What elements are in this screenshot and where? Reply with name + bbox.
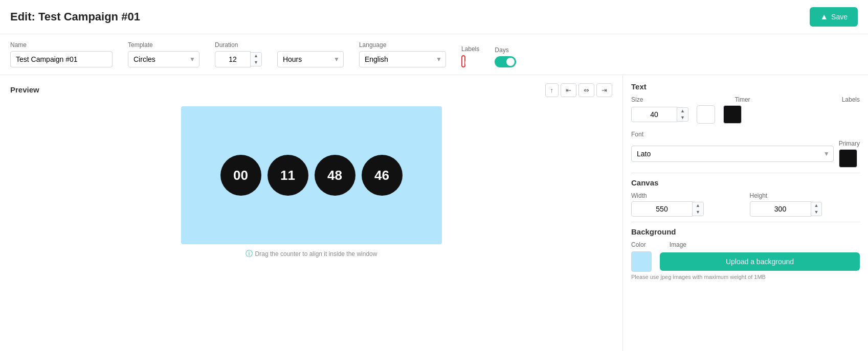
background-section-title: Background	[631, 227, 860, 236]
width-label: Width	[631, 192, 742, 199]
page-title: Edit: Test Campaign #01	[10, 10, 140, 24]
size-spinners: ▲ ▼	[677, 107, 688, 122]
duration-label: Duration	[215, 41, 262, 49]
days-slider	[495, 56, 516, 67]
divider-1	[631, 173, 860, 173]
template-select-wrap: Circles Squares Minimal ▼	[128, 51, 199, 67]
upload-background-button[interactable]: Upload a background	[660, 252, 860, 271]
labels-col-label: Labels	[842, 96, 860, 103]
divider-2	[631, 222, 860, 222]
align-left-button[interactable]: ⇤	[561, 83, 576, 97]
align-toolbar: ↑ ⇤ ⇔ ⇥	[545, 83, 613, 97]
width-input-wrap: ▲ ▼	[631, 201, 742, 217]
preview-area: Preview ↑ ⇤ ⇔ ⇥ 00 11 48 46 ⓘ Drag the c…	[0, 75, 622, 351]
bg-color-swatch[interactable]	[631, 251, 652, 272]
labels-toggle-border	[461, 55, 465, 67]
toolbar: Name Template Circles Squares Minimal ▼ …	[0, 34, 868, 75]
content-area: Preview ↑ ⇤ ⇔ ⇥ 00 11 48 46 ⓘ Drag the c…	[0, 75, 868, 351]
width-input[interactable]	[631, 201, 693, 217]
size-input[interactable]	[631, 107, 677, 122]
primary-color-swatch[interactable]	[839, 149, 857, 168]
align-center-button[interactable]: ⇔	[578, 83, 594, 97]
name-input[interactable]	[10, 51, 113, 67]
days-toggle-group: Days	[495, 46, 516, 67]
duration-down-button[interactable]: ▼	[251, 59, 261, 66]
preview-header: Preview ↑ ⇤ ⇔ ⇥	[10, 83, 612, 101]
font-label: Font	[631, 131, 643, 138]
labels-toggle-group: Labels	[461, 45, 479, 67]
language-select-wrap: English French Spanish German ▼	[359, 51, 446, 67]
timer-circle-2: 48	[315, 155, 355, 196]
timer-color-swatch[interactable]	[697, 105, 715, 124]
header: Edit: Test Campaign #01 ▲ Save	[0, 0, 868, 34]
height-input-wrap: ▲ ▼	[750, 201, 860, 217]
height-spinners: ▲ ▼	[811, 202, 822, 216]
duration-wrap: ▲ ▼	[215, 51, 262, 67]
duration-input[interactable]	[215, 51, 251, 67]
bg-sub-labels: Color Image	[631, 241, 860, 248]
template-field-group: Template Circles Squares Minimal ▼	[128, 41, 199, 67]
upload-hint: Please use jpeg images with maximum weig…	[631, 274, 860, 280]
height-field: Height ▲ ▼	[750, 192, 860, 217]
drag-hint-text: Drag the counter to align it inside the …	[255, 250, 377, 258]
size-down-button[interactable]: ▼	[677, 114, 688, 121]
right-panel: Text Size Timer Labels ▲ ▼ Font Lato	[622, 75, 868, 351]
days-toggle-label: Days	[495, 46, 508, 54]
name-label: Name	[10, 41, 113, 49]
text-section-title: Text	[631, 82, 860, 91]
align-up-button[interactable]: ↑	[545, 83, 559, 97]
font-select-wrap: Lato Roboto Open Sans Montserrat Arial ▼	[631, 146, 834, 162]
info-icon: ⓘ	[246, 249, 253, 259]
timer-circle-3: 46	[362, 155, 403, 196]
width-down-button[interactable]: ▼	[693, 209, 703, 216]
width-up-button[interactable]: ▲	[693, 202, 703, 209]
save-button[interactable]: ▲ Save	[810, 7, 858, 27]
hours-select[interactable]: Hours Minutes Days	[277, 51, 344, 67]
height-up-button[interactable]: ▲	[811, 202, 822, 209]
save-label: Save	[831, 13, 848, 21]
labels-toggle-label: Labels	[461, 45, 479, 53]
language-select[interactable]: English French Spanish German	[359, 51, 446, 67]
hours-field-group: x Hours Minutes Days ▼	[277, 41, 344, 67]
timer-circle-1: 11	[268, 155, 308, 196]
width-field: Width ▲ ▼	[631, 192, 742, 217]
font-select[interactable]: Lato Roboto Open Sans Montserrat Arial	[631, 146, 834, 162]
template-label: Template	[128, 41, 199, 49]
size-col-label: Size	[631, 96, 643, 103]
hours-select-wrap: Hours Minutes Days ▼	[277, 51, 344, 67]
drag-hint: ⓘ Drag the counter to align it inside th…	[10, 249, 612, 259]
duration-up-button[interactable]: ▲	[251, 53, 261, 59]
height-down-button[interactable]: ▼	[811, 209, 822, 216]
timer-display: 00 11 48 46	[220, 155, 403, 196]
image-sub-label: Image	[670, 241, 686, 248]
size-input-wrap: ▲ ▼	[631, 107, 688, 122]
language-field-group: Language English French Spanish German ▼	[359, 41, 446, 67]
labels-color-swatch[interactable]	[723, 105, 742, 124]
template-select[interactable]: Circles Squares Minimal	[128, 51, 199, 67]
name-field-group: Name	[10, 41, 113, 67]
save-icon: ▲	[820, 12, 828, 21]
height-input[interactable]	[750, 201, 811, 217]
timer-circle-0: 00	[220, 155, 261, 196]
canvas-section-title: Canvas	[631, 178, 860, 187]
duration-spinners: ▲ ▼	[251, 52, 262, 66]
height-label: Height	[750, 192, 860, 199]
width-spinners: ▲ ▼	[693, 202, 704, 216]
preview-title: Preview	[10, 85, 39, 94]
canvas-dimensions-row: Width ▲ ▼ Height ▲ ▼	[631, 192, 860, 217]
color-sub-label: Color	[631, 241, 646, 248]
align-right-button[interactable]: ⇥	[596, 83, 612, 97]
preview-canvas[interactable]: 00 11 48 46	[181, 106, 442, 244]
duration-field-group: Duration ▲ ▼	[215, 41, 262, 67]
language-label: Language	[359, 41, 446, 49]
bg-row: Upload a background	[631, 251, 860, 272]
timer-col-label: Timer	[735, 96, 750, 103]
size-up-button[interactable]: ▲	[677, 108, 688, 114]
days-toggle[interactable]	[495, 56, 516, 67]
primary-label: Primary	[839, 140, 860, 147]
